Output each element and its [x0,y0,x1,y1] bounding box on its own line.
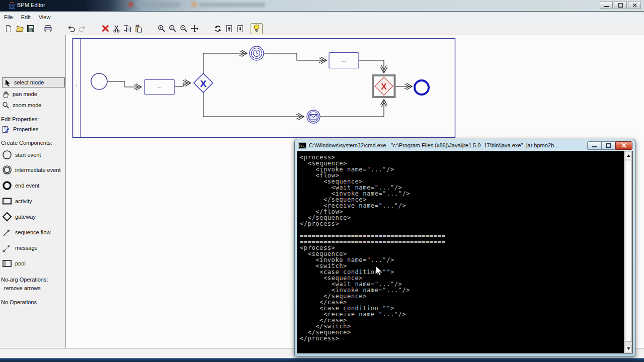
export-icon [225,25,233,33]
menu-file[interactable]: File [4,14,13,20]
gateway1-node[interactable]: X [194,73,213,93]
copy-button[interactable] [122,23,133,34]
flow-timer-to-activity2[interactable] [264,53,326,60]
activity2-label: ... [342,57,346,63]
sidebar-item-sequence-flow[interactable]: sequence flow [2,227,50,238]
paste-icon [134,25,142,33]
terminal-line: <process> [300,154,624,160]
toolbar: 1 [0,22,644,35]
background-streak [199,3,265,7]
new-button[interactable] [3,23,14,34]
flow-gateway1-to-timer[interactable] [203,53,247,73]
sidebar-item-properties[interactable]: Properties [2,124,38,134]
arrow-down-icon [627,347,630,350]
scroll-up-button[interactable] [625,152,632,159]
scroll-down-button[interactable] [625,345,632,352]
timer-label: ... [255,41,259,46]
message-event-node[interactable]: ... [307,104,320,123]
flow-gateway1-to-message[interactable] [203,93,303,117]
pan-button[interactable] [189,23,200,34]
menubar: File Edit View [0,12,644,22]
sidebar-item-intermediate-event[interactable]: intermediate event [2,164,61,175]
flow-activity1-to-gateway1[interactable] [175,83,190,86]
message-flow-icon [2,243,12,253]
sidebar-item-start-event[interactable]: start event [2,149,41,160]
remove-arrows-item[interactable]: remove arrows [4,285,41,292]
sidebar-item-activity[interactable]: activity [2,196,32,207]
cut-icon [113,25,120,33]
cmd-close-button[interactable] [615,141,632,150]
undo-button[interactable] [65,23,76,34]
scroll-thumb[interactable] [625,160,632,342]
menu-edit[interactable]: Edit [21,14,31,20]
gateway1-label: X [200,78,207,89]
timer-event-node[interactable]: ... [250,41,264,60]
copy-icon [123,25,131,33]
redo-button[interactable] [76,23,88,34]
pool-icon [2,258,12,268]
lightbulb-icon [253,24,260,33]
sidebar-item-gateway[interactable]: gateway [2,211,36,222]
end-event-icon [2,180,12,191]
redo-icon [78,25,87,33]
end-event-node[interactable] [415,80,429,95]
sidebar-item-end-event[interactable]: end event [2,180,39,191]
sidebar-item-zoom-mode[interactable]: zoom mode [2,100,41,110]
flow-activity2-to-gateway2[interactable] [359,60,384,72]
paste-button[interactable] [133,23,144,34]
export-button[interactable] [223,23,234,34]
refresh-icon [214,25,222,33]
save-button[interactable] [25,23,36,34]
terminal-line: </sequence> [300,293,624,299]
refresh-button[interactable] [212,23,223,34]
open-button[interactable] [14,23,25,34]
activity1-node[interactable]: ... [144,80,175,95]
import-button[interactable] [234,23,246,34]
new-icon [5,25,13,33]
magnifier-icon [2,102,10,109]
terminal-line: </sequence> [300,329,624,335]
background-dot [128,2,133,7]
cut-button[interactable] [111,23,122,34]
sidebar-item-message[interactable]: message [2,242,38,253]
maximize-button[interactable] [614,1,627,9]
sidebar-item-pool[interactable]: pool [2,258,26,269]
help-button[interactable] [251,23,263,34]
gateway2-node-selected[interactable]: X [373,75,395,97]
print-button[interactable] [42,23,53,34]
cmd-minimize-button[interactable] [587,141,601,150]
minimize-button[interactable] [600,1,613,9]
sidebar-item-pan-mode[interactable]: pan mode [2,89,37,99]
zoom-in-button[interactable] [156,23,167,34]
delete-button[interactable] [100,23,111,34]
svg-text:1: 1 [171,26,173,29]
minimize-icon [604,3,609,8]
hand-icon [2,90,10,98]
close-button[interactable] [628,1,641,9]
cmd-titlebar[interactable]: C:\_ C:\Windows\system32\cmd.exe - "c:\P… [296,140,633,150]
start-event-node[interactable] [91,73,107,89]
intermediate-event-icon [2,165,12,175]
create-components-label: Create Components: [1,140,52,147]
zoom-100-button[interactable]: 1 [167,23,178,34]
cmd-window[interactable]: C:\_ C:\Windows\system32\cmd.exe - "c:\P… [294,139,635,357]
app-titlebar[interactable]: BPM Editor [0,0,644,12]
taskbar-edge[interactable] [0,358,644,362]
pan-icon [191,25,199,33]
message-label: ... [311,104,315,109]
menu-view[interactable]: View [39,14,51,20]
cmd-maximize-button[interactable] [601,141,615,150]
properties-icon [2,126,10,133]
activity2-node[interactable]: ... [329,53,359,68]
maximize-icon [606,143,611,148]
terminal-line: <receive name="..."/> [300,311,624,317]
app-title: BPM Editor [17,2,45,8]
flow-message-to-gateway2[interactable] [320,100,384,117]
gateway-icon [2,212,12,222]
sidebar-item-select-mode[interactable]: select mode [2,77,65,87]
zoom-out-button[interactable] [178,23,189,34]
flow-start-to-activity1[interactable] [107,81,141,87]
cmd-console: <process> <sequence> <invoke name="..."/… [297,151,633,353]
desktop: BPM Editor File Edit View 1 [0,0,644,362]
cmd-scrollbar[interactable] [624,151,632,353]
